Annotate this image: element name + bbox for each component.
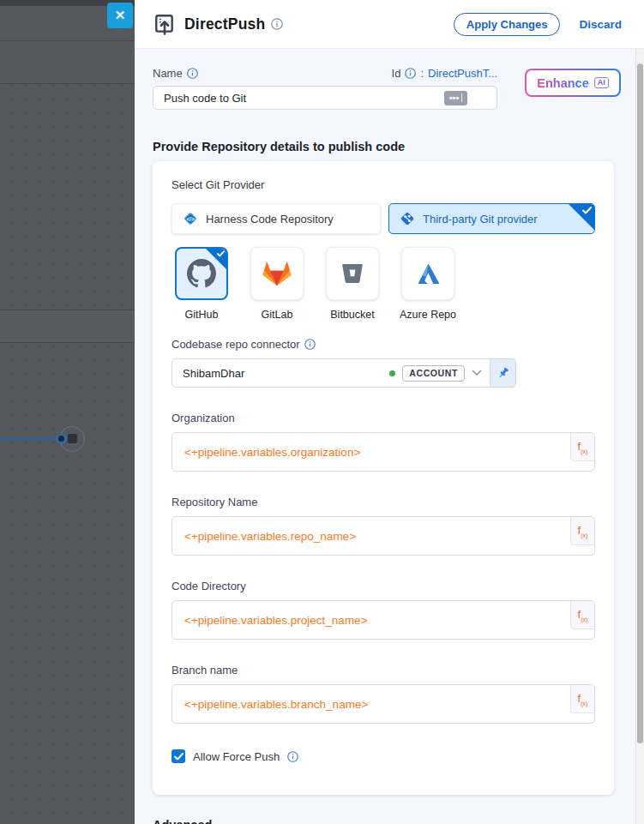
select-git-provider-label: Select Git Provider (172, 178, 595, 191)
harness-code-repo-label: Harness Code Repository (206, 213, 334, 226)
canvas-stage-band (0, 310, 135, 343)
canvas-dot-grid (0, 84, 135, 824)
enhance-ai-button[interactable]: Enhance AI (525, 69, 621, 97)
provider-bitbucket: Bitbucket (326, 247, 379, 321)
third-party-git-icon (400, 211, 415, 226)
code-directory-value: <+pipeline.variables.project_name> (184, 614, 368, 627)
id-label: Id (392, 67, 401, 80)
pipeline-canvas-overlay (0, 0, 135, 824)
name-id-area: Name Id : DirectPushT... Push code to Gi… (153, 67, 614, 110)
step-id-row: Id : DirectPushT... (392, 67, 497, 80)
fx-icon: f(x) (578, 692, 588, 707)
github-check-icon (217, 250, 225, 257)
organization-value: <+pipeline.variables.organization> (184, 446, 360, 459)
text-caret (461, 93, 462, 102)
force-push-label: Allow Force Push (193, 750, 280, 763)
branch-name-input[interactable]: <+pipeline.variables.branch_name> f(x) (172, 684, 595, 724)
azure-repo-icon (415, 261, 441, 286)
connector-status-dot (389, 370, 395, 376)
force-push-row: Allow Force Push (172, 749, 595, 763)
organization-fx-button[interactable]: f(x) (570, 433, 594, 461)
repo-details-card: Select Git Provider </> Harness Code Rep… (153, 161, 614, 795)
connector-info-icon[interactable] (304, 339, 316, 350)
third-party-git-card[interactable]: Third-party Git provider (388, 203, 595, 234)
github-label: GitHub (185, 309, 219, 321)
organization-label: Organization (172, 412, 595, 424)
close-icon: ✕ (115, 8, 126, 23)
stop-square-icon (68, 434, 77, 443)
direct-push-step-icon (153, 13, 176, 35)
gitlab-label: GitLab (262, 309, 293, 321)
code-directory-fx-button[interactable]: f(x) (570, 601, 594, 629)
branch-name-value: <+pipeline.variables.branch_name> (184, 698, 368, 711)
apply-changes-button[interactable]: Apply Changes (454, 13, 561, 36)
force-push-checkbox[interactable] (172, 749, 185, 763)
step-config-drawer: DirectPush Apply Changes Discard Name Id… (135, 0, 644, 824)
checkmark-icon (174, 753, 184, 761)
gitlab-icon (262, 260, 292, 287)
pin-icon (496, 365, 511, 381)
connector-value: ShibamDhar (183, 367, 382, 380)
enhance-label: Enhance (537, 76, 588, 90)
id-info-icon[interactable] (405, 68, 416, 79)
name-input[interactable]: Push code to Git ••• (153, 86, 497, 110)
bitbucket-icon (340, 261, 365, 286)
connector-control: ShibamDhar ACCOUNT (172, 358, 516, 388)
fx-icon: f(x) (578, 608, 588, 623)
gitlab-tile[interactable] (250, 247, 304, 300)
git-provider-tiles: GitHub GitLab (172, 247, 595, 321)
scrollbar-thumb[interactable] (637, 63, 643, 743)
step-title: DirectPush (184, 15, 265, 33)
name-label: Name (153, 67, 183, 80)
branch-name-fx-button[interactable]: f(x) (570, 685, 594, 713)
repository-name-fx-button[interactable]: f(x) (570, 517, 594, 545)
repository-name-value: <+pipeline.variables.repo_name> (184, 530, 356, 543)
drawer-scrollbar[interactable] (635, 49, 644, 824)
ai-badge-icon: AI (594, 77, 609, 88)
repository-name-input[interactable]: <+pipeline.variables.repo_name> f(x) (172, 516, 595, 556)
connector-input[interactable]: ShibamDhar ACCOUNT (172, 358, 491, 388)
pipeline-node-port (56, 433, 67, 444)
discard-button[interactable]: Discard (579, 18, 622, 31)
title-info-icon[interactable] (271, 18, 283, 30)
name-input-value: Push code to Git (164, 92, 246, 105)
force-push-info-icon[interactable] (287, 751, 298, 762)
id-colon: : (420, 67, 424, 80)
fx-icon: f(x) (578, 524, 588, 538)
third-party-git-label: Third-party Git provider (423, 213, 538, 226)
pipeline-edge-line (0, 437, 61, 440)
advanced-section-heading: Advanced (153, 818, 614, 824)
name-more-button[interactable]: ••• (444, 91, 467, 105)
bitbucket-tile[interactable] (326, 247, 379, 300)
chevron-down-icon[interactable] (472, 370, 482, 376)
azure-repo-tile[interactable] (401, 247, 454, 300)
canvas-header-row (0, 41, 135, 84)
name-info-icon[interactable] (187, 68, 198, 79)
repo-section-heading: Provide Repository details to publish co… (153, 140, 614, 153)
repository-name-label: Repository Name (172, 496, 595, 508)
code-directory-label: Code Directory (172, 580, 595, 592)
branch-name-label: Branch name (172, 664, 595, 677)
harness-code-icon: </> (183, 211, 198, 226)
svg-text:</>: </> (186, 216, 195, 222)
git-provider-type-cards: </> Harness Code Repository Third-party … (172, 203, 595, 234)
fx-icon: f(x) (578, 440, 588, 454)
organization-input[interactable]: <+pipeline.variables.organization> f(x) (172, 432, 595, 472)
provider-azure: Azure Repo (401, 247, 454, 321)
drawer-header: DirectPush Apply Changes Discard (135, 0, 644, 49)
bitbucket-label: Bitbucket (330, 309, 374, 321)
harness-code-repo-card[interactable]: </> Harness Code Repository (172, 203, 381, 234)
azure-repo-label: Azure Repo (400, 309, 456, 321)
connector-label-row: Codebase repo connector (172, 338, 595, 351)
step-id-value[interactable]: DirectPushT... (428, 67, 497, 80)
connector-pin-button[interactable] (491, 358, 516, 388)
close-drawer-button[interactable]: ✕ (107, 3, 133, 28)
ellipsis-icon: ••• (449, 93, 460, 103)
connector-label: Codebase repo connector (172, 338, 300, 351)
name-label-row: Name (153, 67, 198, 80)
selected-check-icon (582, 207, 592, 214)
github-tile[interactable] (175, 247, 228, 300)
drawer-body: Name Id : DirectPushT... Push code to Gi… (135, 50, 635, 824)
code-directory-input[interactable]: <+pipeline.variables.project_name> f(x) (172, 600, 595, 640)
provider-gitlab: GitLab (250, 247, 304, 321)
